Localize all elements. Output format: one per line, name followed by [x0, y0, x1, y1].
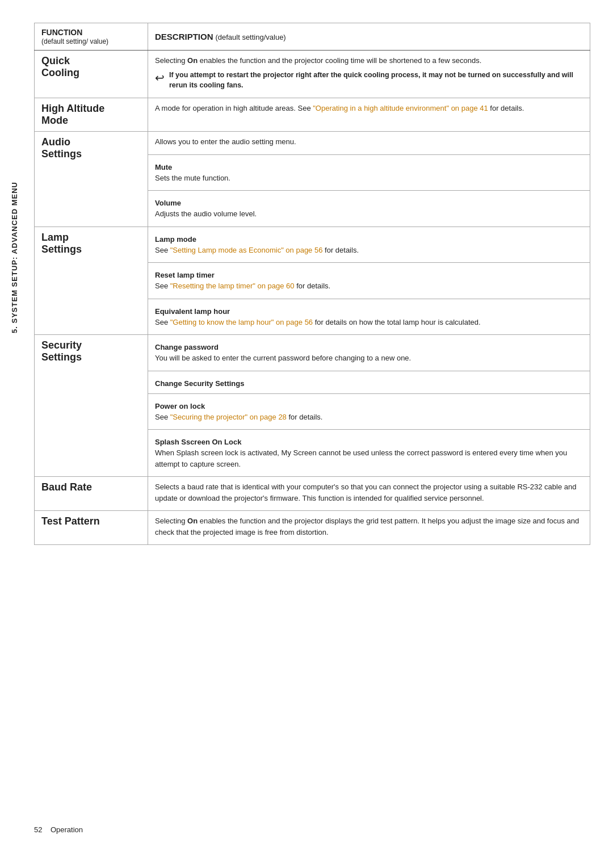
- page-number: 52: [34, 825, 42, 834]
- function-cell-baud-rate: Baud Rate: [35, 477, 148, 511]
- audio-intro-desc: Allows you to enter the audio setting me…: [155, 136, 583, 148]
- reset-lamp-link[interactable]: "Resetting the lamp timer" on page 60: [170, 282, 295, 290]
- description-header-title: DESCRIPTION: [155, 32, 213, 41]
- description-cell-equiv-lamp: Equivalent lamp hour See "Getting to kno…: [148, 299, 590, 335]
- table-row: Baud Rate Selects a baud rate that is id…: [35, 477, 590, 511]
- power-on-lock-heading: Power on lock: [155, 402, 583, 410]
- mute-desc: Sets the mute function.: [155, 173, 583, 184]
- change-password-heading: Change password: [155, 343, 583, 351]
- description-cell-lamp-mode: Lamp mode See "Setting Lamp mode as Econ…: [148, 227, 590, 263]
- power-on-lock-desc: See "Securing the projector" on page 28 …: [155, 412, 583, 423]
- description-cell-change-security: Change Security Settings: [148, 371, 590, 393]
- description-cell-change-password: Change password You will be asked to ent…: [148, 335, 590, 371]
- page-label: Operation: [51, 825, 83, 834]
- function-cell-test-pattern: Test Pattern: [35, 511, 148, 545]
- description-cell-test-pattern: Selecting On enables the function and th…: [148, 511, 590, 545]
- volume-desc: Adjusts the audio volume level.: [155, 208, 583, 220]
- equiv-lamp-desc: See "Getting to know the lamp hour" on p…: [155, 317, 583, 328]
- description-cell-baud-rate: Selects a baud rate that is identical wi…: [148, 477, 590, 511]
- table-row: AudioSettings Allows you to enter the au…: [35, 132, 590, 155]
- page-footer: 52 Operation: [34, 825, 613, 834]
- description-cell-quick-cooling: Selecting On enables the function and th…: [148, 51, 590, 98]
- function-cell-high-altitude: High AltitudeMode: [35, 98, 148, 132]
- reset-lamp-desc: See "Resetting the lamp timer" on page 6…: [155, 280, 583, 292]
- function-cell-quick-cooling: QuickCooling: [35, 51, 148, 98]
- description-cell-audio-mute: Mute Sets the mute function.: [148, 154, 590, 191]
- high-altitude-desc: A mode for operation in high altitude ar…: [155, 103, 583, 114]
- lamp-mode-heading: Lamp mode: [155, 235, 583, 244]
- table-row: Test Pattern Selecting On enables the fu…: [35, 511, 590, 545]
- function-cell-security-settings: SecuritySettings: [35, 335, 148, 477]
- quick-cooling-desc: Selecting On enables the function and th…: [155, 55, 583, 66]
- function-cell-audio-settings: AudioSettings: [35, 132, 148, 227]
- sidebar-chapter-label: 5. SYSTEM SETUP: Advanced menu: [10, 182, 19, 333]
- description-cell-audio-intro: Allows you to enter the audio setting me…: [148, 132, 590, 155]
- mute-heading: Mute: [155, 163, 583, 171]
- splash-lock-desc: When Splash screen lock is activated, My…: [155, 447, 583, 469]
- table-row: High AltitudeMode A mode for operation i…: [35, 98, 590, 132]
- function-header-title: FUNCTION: [41, 28, 141, 37]
- lamp-mode-link[interactable]: "Setting Lamp mode as Economic" on page …: [170, 246, 323, 254]
- description-cell-high-altitude: A mode for operation in high altitude ar…: [148, 98, 590, 132]
- description-header-subtitle: (default setting/value): [215, 33, 285, 41]
- reset-lamp-heading: Reset lamp timer: [155, 271, 583, 279]
- equiv-lamp-link[interactable]: "Getting to know the lamp hour" on page …: [170, 318, 313, 326]
- table-row: SecuritySettings Change password You wil…: [35, 335, 590, 371]
- description-cell-reset-lamp: Reset lamp timer See "Resetting the lamp…: [148, 263, 590, 299]
- quick-cooling-note: ↩ If you attempt to restart the projecto…: [155, 70, 583, 91]
- note-icon: ↩: [155, 71, 165, 85]
- settings-table: FUNCTION (default setting/ value) DESCRI…: [34, 23, 590, 545]
- test-pattern-desc: Selecting On enables the function and th…: [155, 515, 583, 538]
- function-cell-lamp-settings: LampSettings: [35, 227, 148, 335]
- description-cell-audio-volume: Volume Adjusts the audio volume level.: [148, 191, 590, 227]
- change-security-heading: Change Security Settings: [155, 379, 583, 388]
- high-altitude-link[interactable]: "Operating in a high altitude environmen…: [313, 104, 488, 112]
- table-row: LampSettings Lamp mode See "Setting Lamp…: [35, 227, 590, 263]
- function-header: FUNCTION (default setting/ value): [35, 23, 148, 51]
- equiv-lamp-heading: Equivalent lamp hour: [155, 307, 583, 316]
- description-cell-power-on-lock: Power on lock See "Securing the projecto…: [148, 393, 590, 430]
- table-header: FUNCTION (default setting/ value) DESCRI…: [35, 23, 590, 51]
- function-header-subtitle: (default setting/ value): [41, 37, 108, 45]
- power-on-lock-link[interactable]: "Securing the projector" on page 28: [170, 413, 287, 421]
- splash-lock-heading: Splash Sscreen On Lock: [155, 438, 583, 446]
- volume-heading: Volume: [155, 199, 583, 207]
- description-header: DESCRIPTION (default setting/value): [148, 23, 590, 51]
- baud-rate-desc: Selects a baud rate that is identical wi…: [155, 481, 583, 504]
- change-password-desc: You will be asked to enter the current p…: [155, 353, 583, 364]
- table-row: QuickCooling Selecting On enables the fu…: [35, 51, 590, 98]
- lamp-mode-desc: See "Setting Lamp mode as Economic" on p…: [155, 245, 583, 256]
- note-text: If you attempt to restart the projector …: [169, 70, 583, 91]
- description-cell-splash-lock: Splash Sscreen On Lock When Splash scree…: [148, 430, 590, 477]
